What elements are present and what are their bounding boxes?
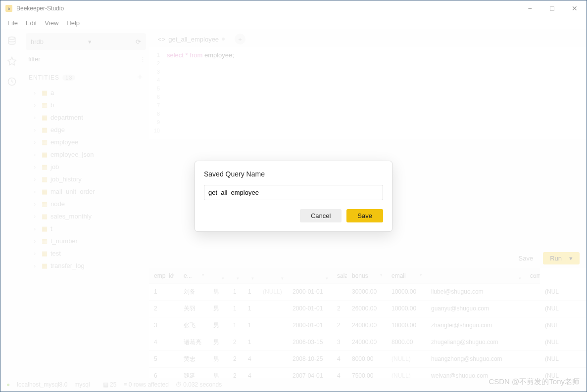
query-name-input[interactable] — [204, 185, 383, 200]
save-query-modal: Saved Query Name Cancel Save — [195, 161, 392, 232]
cancel-button[interactable]: Cancel — [300, 209, 342, 222]
modal-overlay: Saved Query Name Cancel Save — [0, 0, 587, 392]
save-button[interactable]: Save — [346, 209, 383, 222]
watermark: CSDN @不剪发的Tony老师 — [489, 377, 580, 387]
modal-title: Saved Query Name — [204, 170, 383, 178]
